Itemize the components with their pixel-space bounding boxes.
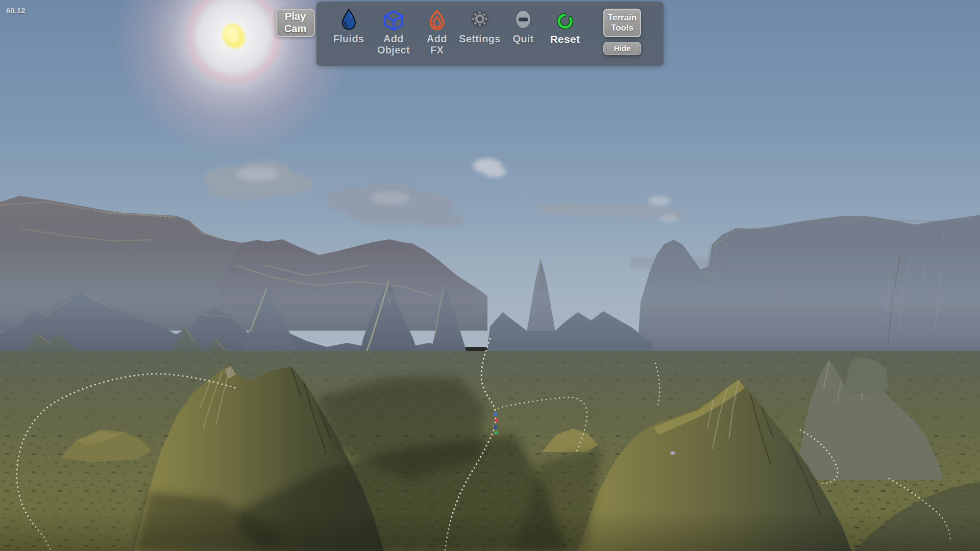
reset-label: Reset (550, 33, 580, 45)
game-window: 60.12 Play Cam Fluids (0, 0, 980, 551)
quit-label: Quit (512, 33, 533, 44)
water-drop-icon (340, 6, 357, 32)
minus-circle-icon (513, 6, 533, 32)
cube-icon (382, 6, 405, 32)
flame-icon (427, 6, 447, 32)
settings-button[interactable]: Settings (456, 6, 503, 44)
fluids-button[interactable]: Fluids (325, 6, 372, 44)
reset-button[interactable]: Reset (542, 6, 589, 45)
settings-label: Settings (459, 33, 500, 44)
terrain-viewport[interactable] (0, 0, 980, 551)
bottom-vignette (0, 510, 980, 551)
quit-button[interactable]: Quit (500, 6, 547, 44)
gear-icon (468, 6, 492, 32)
hide-button[interactable]: Hide (603, 42, 641, 55)
main-toolbar: Fluids Add Object (316, 2, 664, 66)
add-object-button[interactable]: Add Object (370, 6, 417, 56)
fps-counter: 60.12 (6, 6, 26, 15)
purple-object-marker (670, 452, 675, 455)
terrain-tools-button[interactable]: Terrain Tools (603, 9, 641, 37)
fluids-label: Fluids (333, 33, 364, 44)
add-object-label: Add Object (377, 33, 410, 56)
add-fx-button[interactable]: Add FX (413, 6, 460, 56)
reset-ring-icon (554, 6, 576, 32)
add-fx-label: Add FX (427, 33, 447, 56)
play-cam-button[interactable]: Play Cam (276, 9, 315, 37)
